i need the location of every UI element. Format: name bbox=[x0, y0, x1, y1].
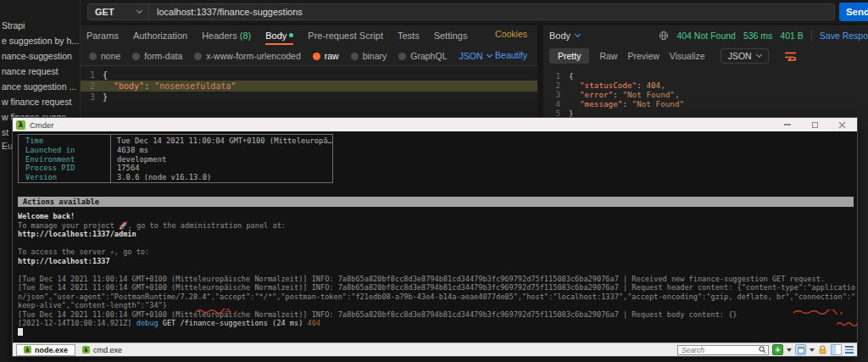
minimize-button[interactable] bbox=[782, 120, 793, 130]
toggle-panel-button[interactable] bbox=[831, 344, 842, 355]
response-language-label: JSON bbox=[728, 51, 752, 61]
response-view-tabs: Pretty Raw Preview Visualize JSON bbox=[549, 47, 798, 64]
terminal-output[interactable]: TimeTue Dec 14 2021 11:00:04 GMT+0100 (M… bbox=[13, 131, 857, 343]
terminal-line: Welcome back! bbox=[18, 212, 857, 221]
log-line: n/json","user-agent":"PostmanRuntime/7.2… bbox=[18, 292, 857, 302]
window-titlebar[interactable]: λ Cmder bbox=[13, 118, 857, 131]
debug-log-line: [2021-12-14T10:00:14.921Z] debug GET /fi… bbox=[18, 319, 857, 328]
tab-body[interactable]: Body bbox=[265, 31, 293, 41]
tab-pretty[interactable]: Pretty bbox=[549, 48, 589, 64]
chevron-down-icon bbox=[486, 52, 492, 58]
mode-raw-label: raw bbox=[325, 51, 339, 61]
tab-raw[interactable]: Raw bbox=[599, 51, 617, 61]
lock-icon[interactable] bbox=[818, 345, 827, 354]
body-modified-dot-icon bbox=[289, 33, 293, 37]
json-value: "Not Found" bbox=[632, 99, 685, 109]
mode-binary-label: binary bbox=[363, 51, 387, 61]
tab-visualize[interactable]: Visualize bbox=[670, 51, 705, 61]
actions-available-bar: Actions available bbox=[18, 197, 854, 207]
send-button[interactable]: Send bbox=[839, 3, 868, 21]
tab-headers[interactable]: Headers (8) bbox=[202, 31, 251, 41]
code-token: } bbox=[103, 92, 108, 103]
wrap-text-icon[interactable] bbox=[784, 51, 798, 61]
cmder-lambda-icon: λ bbox=[16, 120, 25, 130]
json-value: 404, bbox=[646, 81, 665, 90]
mode-none-label: none bbox=[101, 51, 120, 61]
tab-preview[interactable]: Preview bbox=[627, 51, 659, 61]
radio-icon bbox=[398, 53, 406, 60]
panel-divider[interactable] bbox=[537, 24, 543, 117]
raw-language-label: JSON bbox=[459, 51, 482, 61]
line-number: 1 bbox=[81, 70, 103, 81]
mode-urlencoded[interactable]: x-www-form-urlencoded bbox=[194, 51, 300, 61]
info-label: Time bbox=[19, 136, 105, 146]
info-label: Environment bbox=[19, 155, 105, 164]
tab-params[interactable]: Params bbox=[86, 31, 119, 41]
window-title: Cmder bbox=[30, 120, 54, 130]
chevron-down-icon bbox=[756, 52, 762, 58]
new-console-dropdown-icon[interactable] bbox=[787, 348, 792, 352]
code-token: : bbox=[637, 81, 646, 90]
method-select[interactable]: GET bbox=[88, 4, 149, 19]
raw-language-select[interactable]: JSON bbox=[459, 51, 491, 61]
code-token: { bbox=[103, 70, 108, 81]
save-response-link[interactable]: Save Respo bbox=[811, 31, 868, 41]
response-time-badge[interactable]: 536 ms bbox=[743, 31, 772, 41]
mode-graphql-label: GraphQL bbox=[410, 51, 447, 61]
json-key: "message" bbox=[580, 99, 622, 109]
console-tab-cmd[interactable]: λcmd.exe bbox=[75, 344, 129, 356]
log-line: [Tue Dec 14 2021 11:00:14 GMT+0100 (Mitt… bbox=[18, 310, 857, 320]
tab-authorization[interactable]: Authorization bbox=[133, 31, 187, 41]
mode-none[interactable]: none bbox=[89, 51, 120, 61]
log-line: keep-alive","content-length":"34"} bbox=[18, 301, 857, 310]
terminal-statusbar: λnode.exe λcmd.exe + bbox=[13, 343, 857, 356]
tab-pre-request-script[interactable]: Pre-request Script bbox=[308, 31, 383, 41]
mode-graphql[interactable]: GraphQL bbox=[398, 51, 447, 61]
json-value: "Not Found", bbox=[622, 90, 679, 99]
response-size-badge[interactable]: 401 B bbox=[780, 31, 803, 41]
search-box[interactable] bbox=[677, 345, 769, 355]
response-meta: 404 Not Found 536 ms 401 B Save Respo bbox=[659, 31, 868, 41]
response-body-select[interactable]: Body bbox=[549, 31, 580, 41]
menu-button[interactable] bbox=[845, 346, 854, 354]
code-line: 3} bbox=[81, 92, 537, 103]
response-language-select[interactable]: JSON bbox=[721, 48, 769, 64]
red-annotation-squiggle bbox=[837, 321, 857, 326]
line-number: 2 bbox=[81, 81, 103, 92]
maximize-button[interactable] bbox=[810, 120, 820, 130]
screen: Strapi e suggestion by h... nance-sugges… bbox=[0, 0, 868, 362]
request-body-editor[interactable]: 1{ 2"body": "nosensefuldata" 3} bbox=[81, 65, 537, 118]
table-row: Version3.0.6 (node v16.13.0) bbox=[19, 173, 332, 182]
mode-urlencoded-label: x-www-form-urlencoded bbox=[206, 51, 300, 61]
log-timestamp: [2021-12-14T10:00:14.921Z] bbox=[18, 319, 136, 327]
url-input[interactable]: localhost:1337/finance-suggestions bbox=[149, 7, 834, 17]
table-row: Environmentdevelopment bbox=[19, 155, 332, 164]
search-input[interactable] bbox=[678, 346, 759, 354]
terminal-line-blank bbox=[18, 265, 857, 275]
tab-body-label: Body bbox=[265, 31, 287, 41]
console-tab-node[interactable]: λnode.exe bbox=[16, 344, 75, 356]
status-badge[interactable]: 404 Not Found bbox=[676, 31, 735, 41]
code-line-highlighted: 2"body": "nosensefuldata" bbox=[81, 81, 537, 92]
code-line: 4"message": "Not Found" bbox=[543, 99, 868, 109]
window-mode-button[interactable] bbox=[795, 344, 806, 355]
response-body-editor[interactable]: 1{ 2"statusCode": 404, 3"error": "Not Fo… bbox=[543, 69, 868, 118]
beautify-link[interactable]: Beautify bbox=[495, 50, 527, 60]
info-value: 3.0.6 (node v16.13.0) bbox=[105, 173, 211, 182]
new-console-button[interactable]: + bbox=[772, 344, 783, 355]
prompt-line bbox=[18, 328, 857, 337]
mode-form-data[interactable]: form-data bbox=[132, 51, 182, 61]
close-button[interactable] bbox=[837, 120, 847, 130]
server-url-text: http://localhost:1337 bbox=[18, 257, 857, 266]
tab-settings[interactable]: Settings bbox=[434, 31, 468, 41]
log-message: GET /finance-suggestions (24 ms) bbox=[159, 319, 308, 327]
info-value: 4638 ms bbox=[105, 146, 148, 155]
search-icon bbox=[759, 346, 766, 354]
cookies-link[interactable]: Cookies bbox=[495, 29, 527, 39]
json-key: "error" bbox=[580, 90, 613, 99]
mode-binary[interactable]: binary bbox=[351, 51, 387, 61]
mode-raw[interactable]: raw bbox=[313, 51, 339, 61]
tab-tests[interactable]: Tests bbox=[398, 31, 420, 41]
panel-half-icon bbox=[832, 345, 836, 354]
window-mode-dropdown-icon[interactable] bbox=[810, 348, 815, 352]
